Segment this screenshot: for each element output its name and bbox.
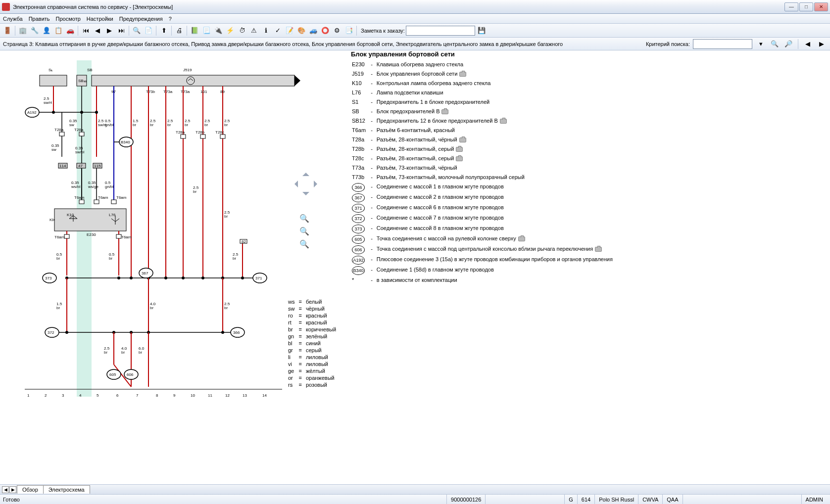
body-icon[interactable]: 🚙 [308,25,319,36]
svg-text:gn/bl: gn/bl [105,184,114,189]
svg-text:367: 367 [142,271,148,275]
tab-overview[interactable]: Обзор [17,485,44,494]
order-icon[interactable]: 📋 [53,25,64,36]
warn-icon[interactable]: ⚠ [248,25,259,36]
new-icon[interactable]: 📄 [143,25,154,36]
svg-text:br: br [185,123,188,127]
legend-row: T6am-Разъём 6-контактный, красный [352,126,613,135]
svg-point-48 [95,111,98,114]
vehicle-icon[interactable]: 🚗 [65,25,76,36]
svg-text:SB₁₂: SB₁₂ [78,79,87,83]
tab-scroll-right-icon[interactable]: ▶ [9,486,16,493]
find-icon[interactable]: 🔍 [769,39,780,49]
note-save-icon[interactable]: 💾 [476,25,487,36]
menu-item[interactable]: Просмотр [56,16,81,22]
svg-text:373: 373 [45,276,52,280]
svg-point-122 [164,276,167,279]
legend-row: K10-Контрольная лампа обогрева заднего с… [352,79,613,88]
app-icon [2,3,10,11]
svg-text:97: 97 [111,90,116,94]
up-icon[interactable]: ⬆ [158,25,169,36]
legend-row: 605-Точка соединения с массой на рулевой… [352,234,613,244]
time-icon[interactable]: ⏱ [237,25,247,36]
note-input[interactable] [406,26,475,36]
legend-row: *-в зависимости от комплектации [352,276,613,284]
service-icon[interactable]: 🔧 [29,25,40,36]
print-icon[interactable]: 🖨 [174,25,185,36]
svg-text:L76: L76 [109,213,116,217]
svg-text:7: 7 [136,393,139,398]
user-icon[interactable]: 👤 [41,25,52,36]
svg-text:br: br [204,123,208,127]
separator [15,26,15,36]
check-icon[interactable]: ✓ [272,25,283,36]
menu-item[interactable]: Настройки [87,16,113,22]
info-icon[interactable]: ℹ [260,25,271,36]
exit-icon[interactable]: 🚪 [2,25,13,36]
status-code: 614 [577,495,594,504]
paint-icon[interactable]: 🎨 [296,25,307,36]
svg-text:8: 8 [156,393,158,398]
prev-icon[interactable]: ◀ [92,25,103,36]
status-trans: QAA [662,495,682,504]
svg-text:4: 4 [79,393,82,398]
svg-text:114: 114 [59,164,66,168]
svg-text:606: 606 [127,372,134,377]
separator [129,26,129,36]
separator [156,26,156,36]
svg-text:br: br [133,123,136,127]
menu-item[interactable]: Служба [3,16,23,22]
find-all-icon[interactable]: 🔎 [783,39,794,49]
svg-rect-1 [40,75,67,86]
book-icon[interactable]: 📗 [189,25,200,36]
svg-rect-83 [111,200,116,204]
trans-icon[interactable]: ⚙ [332,25,342,36]
note-icon[interactable]: 📝 [284,25,295,36]
maximize-button[interactable]: □ [799,2,813,11]
next-result-icon[interactable]: ▶ [816,39,827,49]
svg-text:br: br [150,306,153,310]
svg-text:T28b: T28b [195,130,205,135]
svg-text:br: br [56,256,60,261]
status-bar: Готово 9000000126 G 614 Polo SH Russl CW… [0,494,830,504]
search-input[interactable] [693,39,752,49]
prev-result-icon[interactable]: ◀ [802,39,813,49]
menu-item[interactable]: Предупреждения [119,16,163,22]
minimize-button[interactable]: — [784,2,798,11]
tyre-icon[interactable]: ⭕ [320,25,331,36]
first-icon[interactable]: ⏮ [80,25,91,36]
svg-text:br: br [233,256,236,261]
next-icon[interactable]: ▶ [104,25,115,36]
list-icon[interactable]: 📃 [201,25,212,36]
search-dropdown-icon[interactable]: ▾ [755,39,766,49]
svg-text:ws/ge: ws/ge [88,184,98,189]
svg-rect-115 [220,135,225,138]
tab-scroll-left-icon[interactable]: ◀ [2,486,9,493]
svg-rect-81 [94,200,99,204]
search-icon[interactable]: 🔍 [131,25,142,36]
wiring-diagram[interactable]: .w{stroke:#b00;stroke-width:2;fill:none}… [20,60,327,407]
tab-schematic[interactable]: Электросхема [43,485,90,494]
svg-text:br: br [104,350,107,355]
svg-text:47: 47 [78,164,83,168]
svg-text:br: br [109,256,112,261]
content-area: Блок управления бортовой сети E230-Клави… [0,50,830,484]
dealer-icon[interactable]: 🏢 [17,25,28,36]
diag-icon[interactable]: 🔌 [213,25,224,36]
pagebar: Страница 3: Клавиша отпирания в ручке дв… [0,38,830,50]
legend-row: T73a-Разъём, 73-контактный, чёрный [352,164,613,172]
svg-text:br: br [139,350,142,355]
svg-rect-111 [181,135,186,138]
svg-text:br: br [167,123,171,127]
svg-text:T6am: T6am [74,195,85,200]
more-icon[interactable]: 📑 [343,25,354,36]
svg-text:T73b: T73b [146,90,155,94]
menu-item[interactable]: ? [169,16,172,22]
menu-item[interactable]: Править [29,16,50,22]
last-icon[interactable]: ⏭ [116,25,127,36]
svg-point-120 [130,276,133,279]
circuit-icon[interactable]: ⚡ [225,25,236,36]
close-button[interactable]: ✕ [814,2,828,11]
search-label: Критерий поиска: [646,41,690,47]
svg-rect-98 [116,234,121,238]
